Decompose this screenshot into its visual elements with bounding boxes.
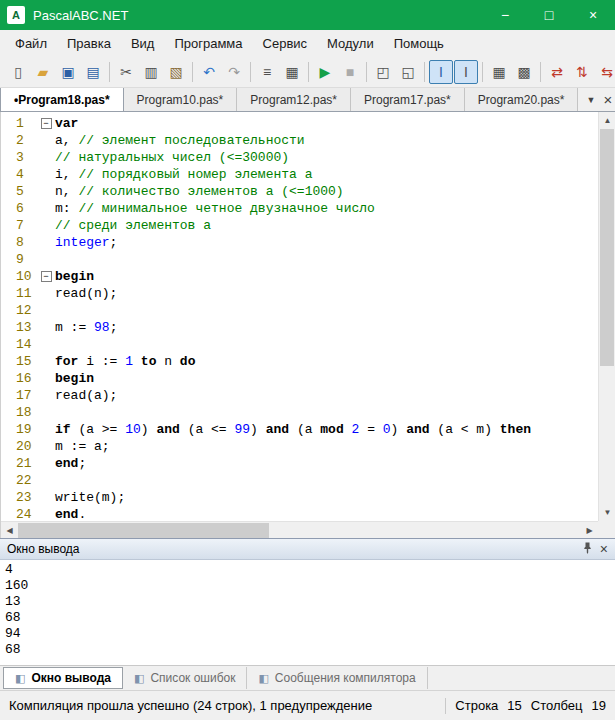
output-content[interactable]: 416013689468: [0, 560, 615, 666]
bottom-tab-errors-icon: ◧: [134, 672, 144, 685]
code-line[interactable]: 6m: // минимальное четное двузначное чис…: [1, 200, 598, 217]
code-text: begin: [55, 268, 94, 285]
pin-icon[interactable]: [582, 542, 593, 557]
selection-toggle-button[interactable]: I: [454, 60, 478, 84]
grid-window-button[interactable]: ▦: [487, 60, 511, 84]
scroll-right-arrow-icon[interactable]: ▶: [581, 522, 598, 539]
output-line: 13: [5, 594, 610, 610]
watch-window-button[interactable]: ◱: [396, 60, 420, 84]
calculator-button[interactable]: ▦: [280, 60, 304, 84]
table-window-button[interactable]: ▩: [512, 60, 536, 84]
maximize-button[interactable]: □: [527, 0, 571, 30]
code-line[interactable]: 24end.: [1, 506, 598, 521]
fold-margin: [37, 421, 55, 438]
code-lines[interactable]: 1−var2a, // элемент последовательности3/…: [1, 112, 598, 521]
menu-item[interactable]: Сервис: [253, 32, 318, 55]
fold-margin: [37, 387, 55, 404]
code-line[interactable]: 9: [1, 251, 598, 268]
output-line: 160: [5, 578, 610, 594]
fold-collapse-icon[interactable]: −: [41, 118, 52, 129]
scroll-up-arrow-icon[interactable]: ▲: [599, 112, 615, 129]
tab-program12[interactable]: Program12.pas*: [237, 88, 351, 111]
code-line[interactable]: 21end;: [1, 455, 598, 472]
code-line[interactable]: 22: [1, 472, 598, 489]
menu-item[interactable]: Модули: [317, 32, 384, 55]
code-line[interactable]: 10−begin: [1, 268, 598, 285]
code-line[interactable]: 20m := a;: [1, 438, 598, 455]
line-number: 10: [1, 268, 37, 285]
code-line[interactable]: 2a, // элемент последовательности: [1, 132, 598, 149]
code-line[interactable]: 23write(m);: [1, 489, 598, 506]
code-line[interactable]: 15for i := 1 to n do: [1, 353, 598, 370]
code-line[interactable]: 14: [1, 336, 598, 353]
save-all-button[interactable]: ▤: [81, 60, 105, 84]
tab-program20[interactable]: Program20.pas*: [465, 88, 579, 111]
menu-item[interactable]: Правка: [57, 32, 121, 55]
vertical-scrollbar[interactable]: ▲ ▼: [598, 112, 615, 521]
code-line[interactable]: 17read(a);: [1, 387, 598, 404]
code-line[interactable]: 8integer;: [1, 234, 598, 251]
bottom-tab-errors[interactable]: ◧Список ошибок: [123, 667, 247, 689]
redo-button[interactable]: ↷: [222, 60, 246, 84]
code-line[interactable]: 18: [1, 404, 598, 421]
output-close-icon[interactable]: ×: [600, 542, 608, 556]
undo-button[interactable]: ↶: [197, 60, 221, 84]
bottom-tab-output[interactable]: ◧Окно вывода: [3, 667, 123, 689]
paste-button[interactable]: ▧: [164, 60, 188, 84]
run-button[interactable]: ▶: [313, 60, 337, 84]
code-line[interactable]: 13m := 98;: [1, 319, 598, 336]
open-file-button[interactable]: ▰: [31, 60, 55, 84]
code-line[interactable]: 3// натуральных чисел (<=30000): [1, 149, 598, 166]
code-line[interactable]: 11read(n);: [1, 285, 598, 302]
code-line[interactable]: 16begin: [1, 370, 598, 387]
code-line[interactable]: 7// среди элементов a: [1, 217, 598, 234]
horizontal-scrollbar[interactable]: ◀ ▶: [1, 521, 598, 538]
tabs: •Program18.pas*Program10.pas*Program12.p…: [0, 88, 578, 111]
insert-cursor-toggle-button[interactable]: I: [429, 60, 453, 84]
format-code-button[interactable]: ≡: [255, 60, 279, 84]
fold-margin: [37, 285, 55, 302]
line-number: 15: [1, 353, 37, 370]
scroll-left-arrow-icon[interactable]: ◀: [1, 522, 18, 539]
fold-collapse-icon[interactable]: −: [41, 271, 52, 282]
scroll-down-arrow-icon[interactable]: ▼: [599, 504, 615, 521]
horizontal-scroll-thumb[interactable]: [18, 523, 269, 538]
line-number: 20: [1, 438, 37, 455]
fold-margin: [37, 438, 55, 455]
menu-item[interactable]: Помощь: [384, 32, 454, 55]
tab-close-icon[interactable]: ×: [603, 91, 612, 108]
toolbar-separator: [308, 62, 309, 82]
line-number: 13: [1, 319, 37, 336]
db-transfer-left-button[interactable]: ⇄: [545, 60, 569, 84]
menu-item[interactable]: Файл: [5, 32, 57, 55]
io-window-button[interactable]: ◰: [371, 60, 395, 84]
minimize-button[interactable]: −: [483, 0, 527, 30]
tab-list-chevron-icon[interactable]: ▼: [586, 95, 595, 105]
tab-program17[interactable]: Program17.pas*: [351, 88, 465, 111]
code-line[interactable]: 5n, // количество элементов a (<=1000): [1, 183, 598, 200]
toolbar-separator: [540, 62, 541, 82]
new-file-button[interactable]: ▯: [6, 60, 30, 84]
code-line[interactable]: 12: [1, 302, 598, 319]
db-transfer-right-button[interactable]: ⇆: [595, 60, 615, 84]
db-transfer-vertical-icon: ⇅: [576, 65, 588, 79]
copy-button[interactable]: ▥: [139, 60, 163, 84]
status-message: Компиляция прошла успешно (24 строк), 1 …: [9, 698, 372, 713]
code-line[interactable]: 1−var: [1, 115, 598, 132]
stop-button[interactable]: ■: [338, 60, 362, 84]
close-button[interactable]: ×: [571, 0, 615, 30]
toolbar: ▯▰▣▤✂▥▧↶↷≡▦▶■◰◱II▦▩⇄⇅⇆: [0, 56, 615, 88]
db-transfer-vertical-button[interactable]: ⇅: [570, 60, 594, 84]
code-line[interactable]: 4i, // порядковый номер элемента a: [1, 166, 598, 183]
vertical-scroll-thumb[interactable]: [600, 129, 614, 366]
cut-button[interactable]: ✂: [114, 60, 138, 84]
tab-program10[interactable]: Program10.pas*: [124, 88, 238, 111]
menu-item[interactable]: Вид: [121, 32, 165, 55]
tab-program18-label: •Program18.pas*: [14, 93, 110, 107]
bottom-tab-compiler[interactable]: ◧Сообщения компилятора: [247, 667, 427, 689]
menubar: ФайлПравкаВидПрограммаСервисМодулиПомощь: [0, 30, 615, 56]
tab-program18[interactable]: •Program18.pas*: [0, 88, 124, 111]
menu-item[interactable]: Программа: [164, 32, 252, 55]
save-button[interactable]: ▣: [56, 60, 80, 84]
code-line[interactable]: 19if (a >= 10) and (a <= 99) and (a mod …: [1, 421, 598, 438]
